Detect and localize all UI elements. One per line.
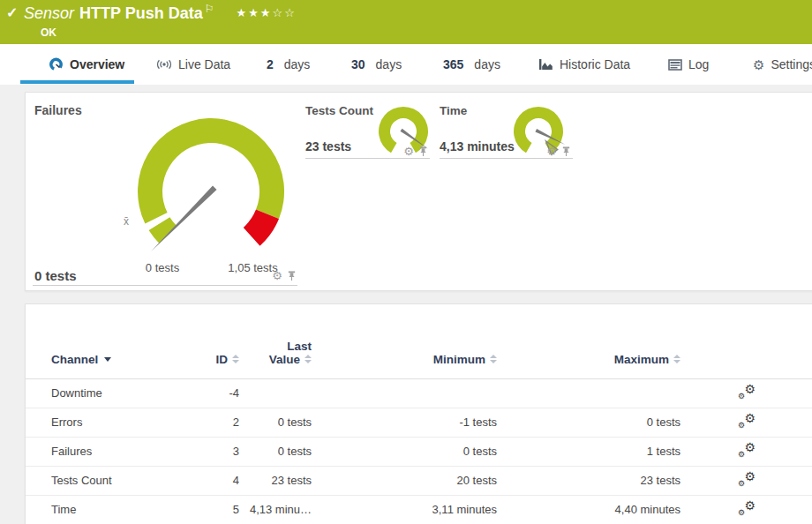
channel-last-value: 0 tests bbox=[239, 437, 312, 466]
column-header-id[interactable]: ID bbox=[184, 304, 239, 378]
channel-settings-icon[interactable]: ⚙⚙ bbox=[738, 472, 756, 487]
column-header-maximum[interactable]: Maximum bbox=[497, 304, 680, 378]
tab-overview-label: Overview bbox=[70, 57, 124, 71]
gauge-settings-gear-icon[interactable]: ⚙ bbox=[272, 270, 282, 281]
sensor-title: HTTP Push Data bbox=[79, 4, 203, 22]
channel-id: 3 bbox=[184, 437, 239, 466]
tests-count-widget-divider bbox=[305, 158, 430, 159]
column-header-last-value[interactable]: Last Value bbox=[239, 304, 312, 378]
channel-name: Downtime bbox=[26, 378, 184, 408]
pin-icon[interactable] bbox=[287, 270, 297, 281]
log-list-icon bbox=[668, 59, 682, 71]
area-chart-icon bbox=[538, 58, 553, 71]
tab-bar: Overview Live Data 2days 30days 365days … bbox=[0, 44, 812, 85]
table-row-failures: Failures 3 0 tests 0 tests 1 tests ⚙⚙ bbox=[26, 437, 812, 466]
sort-toggle-icon bbox=[673, 355, 680, 363]
channels-panel: Channel ID Last Value Minimum Maximum bbox=[25, 303, 812, 524]
channel-minimum: -1 tests bbox=[312, 408, 497, 437]
channel-name: Failures bbox=[26, 437, 184, 466]
channel-minimum: 20 tests bbox=[312, 466, 497, 495]
tests-count-value: 23 tests bbox=[305, 139, 351, 153]
priority-stars[interactable]: ★★★☆☆ bbox=[237, 6, 297, 19]
channel-id: 2 bbox=[184, 408, 239, 437]
settings-gear-icon: ⚙ bbox=[753, 58, 764, 71]
time-gauge-title: Time bbox=[440, 104, 467, 117]
tab-2-days[interactable]: 2days bbox=[267, 44, 310, 85]
channel-minimum bbox=[312, 378, 497, 408]
channel-id: -4 bbox=[184, 378, 239, 408]
channel-id: 4 bbox=[184, 466, 239, 495]
channel-minimum: 0 tests bbox=[312, 437, 497, 466]
column-header-actions bbox=[680, 304, 812, 378]
sensor-status-text: OK bbox=[41, 26, 56, 39]
gauge-settings-gear-icon[interactable]: ⚙ bbox=[403, 146, 414, 157]
channel-settings-icon[interactable]: ⚙⚙ bbox=[738, 501, 756, 516]
column-header-minimum[interactable]: Minimum bbox=[312, 304, 497, 378]
tab-30-days[interactable]: 30days bbox=[351, 44, 402, 85]
time-widget-divider bbox=[440, 158, 573, 159]
sort-toggle-icon bbox=[490, 355, 497, 363]
failures-gauge: x̄ bbox=[118, 106, 304, 273]
channel-name: Tests Count bbox=[26, 466, 184, 495]
channel-id: 5 bbox=[184, 495, 239, 524]
channel-maximum: 1 tests bbox=[497, 437, 680, 466]
channel-last-value: 0 tests bbox=[239, 408, 312, 437]
column-header-channel[interactable]: Channel bbox=[26, 304, 184, 378]
channel-last-value: 23 tests bbox=[239, 466, 312, 495]
tab-log-label: Log bbox=[688, 57, 709, 71]
table-header-row: Channel ID Last Value Minimum Maximum bbox=[26, 304, 812, 378]
gauges-panel: Failures x̄ 0 tests 1,05 tests 0 tests ⚙… bbox=[25, 92, 812, 291]
failures-gauge-title: Failures bbox=[34, 103, 82, 117]
tab-live-data[interactable]: Live Data bbox=[156, 44, 230, 85]
channel-name: Errors bbox=[26, 408, 184, 437]
channels-table: Channel ID Last Value Minimum Maximum bbox=[26, 304, 812, 524]
tab-settings-label: Settings bbox=[771, 57, 812, 71]
ok-check-icon: ✓ bbox=[6, 4, 18, 21]
channel-minimum: 3,11 minutes bbox=[312, 495, 497, 524]
pin-icon[interactable] bbox=[561, 146, 571, 157]
tab-historic-data-label: Historic Data bbox=[560, 57, 630, 71]
sort-toggle-icon bbox=[304, 355, 312, 363]
time-value: 4,13 minutes bbox=[440, 139, 515, 153]
tab-historic-data[interactable]: Historic Data bbox=[538, 44, 630, 85]
sort-desc-icon bbox=[104, 357, 111, 362]
channel-last-value: 4,13 minu… bbox=[239, 495, 312, 524]
broadcast-icon bbox=[156, 58, 172, 71]
channel-maximum: 4,40 minutes bbox=[497, 495, 680, 524]
failures-current-value: 0 tests bbox=[34, 268, 77, 283]
tab-settings[interactable]: ⚙ Settings bbox=[753, 44, 812, 85]
active-tab-underline bbox=[20, 80, 134, 84]
average-marker-label: x̄ bbox=[124, 215, 129, 228]
table-row-errors: Errors 2 0 tests -1 tests 0 tests ⚙⚙ bbox=[26, 408, 812, 437]
tests-count-gauge-title: Tests Count bbox=[305, 104, 373, 117]
table-row-tests-count: Tests Count 4 23 tests 20 tests 23 tests… bbox=[26, 466, 812, 495]
tab-log[interactable]: Log bbox=[668, 44, 709, 85]
tab-365-days[interactable]: 365days bbox=[443, 44, 500, 85]
channel-last-value bbox=[239, 378, 312, 408]
channel-settings-icon[interactable]: ⚙⚙ bbox=[738, 443, 756, 458]
gauge-icon bbox=[49, 57, 64, 71]
tab-overview[interactable]: Overview bbox=[49, 44, 124, 85]
object-kind-label: Sensor bbox=[24, 4, 74, 22]
failures-widget-divider bbox=[33, 285, 297, 286]
channel-maximum bbox=[497, 378, 680, 408]
channel-settings-icon[interactable]: ⚙⚙ bbox=[738, 414, 756, 429]
sort-toggle-icon bbox=[232, 355, 239, 363]
channel-name: Time bbox=[26, 495, 184, 524]
table-row-downtime: Downtime -4 ⚙⚙ bbox=[26, 378, 812, 408]
gauge-settings-gear-icon[interactable]: ⚙ bbox=[546, 146, 557, 157]
channel-maximum: 23 tests bbox=[497, 466, 680, 495]
tab-live-data-label: Live Data bbox=[178, 57, 230, 71]
table-row-time: Time 5 4,13 minu… 3,11 minutes 4,40 minu… bbox=[26, 495, 812, 524]
sensor-status-bar: ✓ SensorHTTP Push Data⚐ ★★★☆☆ OK bbox=[0, 0, 812, 44]
channel-maximum: 0 tests bbox=[497, 408, 680, 437]
channel-settings-icon[interactable]: ⚙⚙ bbox=[738, 385, 756, 400]
pin-icon[interactable] bbox=[418, 146, 428, 157]
gauge-scale-min: 0 tests bbox=[127, 261, 198, 274]
priority-flag-icon[interactable]: ⚐ bbox=[205, 3, 214, 15]
